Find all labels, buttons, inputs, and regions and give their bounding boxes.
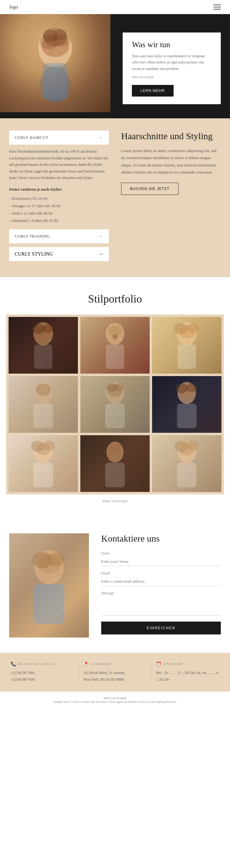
- portfolio-item-7: [8, 435, 78, 492]
- message-textarea[interactable]: [101, 597, 221, 615]
- footer-location: 📍 STANDORT 121 Rock Street, 21 Avenue, N…: [79, 661, 151, 683]
- contact-title: Kontaktiere uns: [101, 533, 221, 544]
- service-description: Eine Trockenhaarschnitdetechnik, die zu …: [9, 148, 109, 181]
- book-now-button[interactable]: BUCHEN SIE JETZT: [121, 183, 178, 195]
- hours-title: ⏰ STUNDEN: [156, 661, 219, 666]
- service-prices: Preise variieren je nach Stylist: – Erwa…: [9, 187, 109, 224]
- hero-description: Duis aute irure dolor in reprehenderit i…: [132, 53, 211, 72]
- email-input[interactable]: [101, 577, 221, 586]
- logo[interactable]: logo: [9, 4, 18, 10]
- services-section: CURLY HAIRCUT → Eine Trockenhaarschnitde…: [0, 118, 230, 277]
- curly-haircut-label: CURLY HAIRCUT: [15, 135, 49, 140]
- address-line-1: 121 Rock Street, 21 Avenue,: [83, 670, 147, 676]
- svg-point-39: [42, 441, 55, 451]
- svg-point-33: [176, 383, 188, 393]
- svg-point-21: [187, 323, 199, 333]
- svg-point-17: [113, 334, 117, 339]
- curly-styling-item[interactable]: CURLY STYLING →: [9, 247, 109, 261]
- footer-hours: ⏰ STUNDEN Mo – Fr …… 11 – 20 Uhr; Sa, So…: [151, 661, 224, 683]
- svg-point-38: [31, 441, 45, 452]
- email-label: Email: [101, 571, 221, 576]
- services-left: CURLY HAIRCUT → Eine Trockenhaarschnitde…: [9, 130, 109, 265]
- svg-point-12: [42, 324, 53, 333]
- curly-training-label: CURLY TRAINING: [15, 234, 50, 239]
- portfolio-item-4: [8, 376, 78, 433]
- svg-rect-43: [105, 463, 125, 487]
- sample-text: Sample text. Click to select the text bo…: [53, 700, 177, 704]
- svg-rect-22: [178, 344, 196, 369]
- styling-arrow-icon: →: [98, 251, 103, 257]
- portfolio-item-8: [80, 435, 150, 492]
- svg-rect-40: [33, 463, 53, 487]
- hero-title: Was wir tun: [132, 40, 211, 49]
- navigation: logo: [0, 0, 230, 14]
- prices-title: Preise variieren je nach Stylist:: [9, 187, 109, 192]
- svg-point-52: [47, 553, 64, 566]
- hero-freepik: Bild von freepik: [132, 74, 211, 80]
- location-icon: 📍: [83, 661, 89, 666]
- submit-button[interactable]: EINREICHEN: [101, 622, 221, 634]
- svg-point-8: [40, 66, 70, 103]
- freepik-bottom-text: Bild von Freepik: [104, 696, 127, 700]
- svg-point-24: [36, 384, 51, 396]
- svg-rect-48: [177, 463, 197, 487]
- svg-point-46: [174, 441, 188, 452]
- svg-rect-13: [34, 344, 52, 369]
- hero-person-visual: [0, 14, 110, 112]
- svg-point-20: [174, 323, 188, 334]
- phone-number-2[interactable]: 1 (234) 987-654: [11, 676, 74, 683]
- location-title: 📍 STANDORT: [83, 661, 147, 666]
- bottom-bar: Bild von Freepik Sample text. Click to s…: [0, 691, 230, 708]
- svg-point-42: [108, 443, 122, 455]
- footer-phone: 📞 RUFEN SIE UNS AN 1 (234) 567-891, 1 (2…: [6, 661, 79, 683]
- price-toddler: – Kleinkind 1–4 Jahre (40–55 $)+: [9, 217, 109, 224]
- svg-point-47: [186, 441, 198, 451]
- hamburger-menu[interactable]: [213, 5, 221, 9]
- hours-icon: ⏰: [156, 661, 162, 666]
- portfolio-item-3: [152, 317, 222, 374]
- hours-line-2: – 20 Uhr: [156, 676, 219, 683]
- phone-number-1[interactable]: 1 (234) 567-891,: [11, 670, 74, 676]
- portfolio-freepik: Bilder von freepik: [6, 494, 224, 512]
- services-right: Haarschnitte und Styling Lorem ipsum dol…: [121, 130, 221, 265]
- portfolio-title: Stilportfolio: [6, 292, 224, 305]
- price-teen: – Teenager 13–17 Jahre (65–90 $)+: [9, 202, 109, 210]
- svg-rect-35: [177, 404, 197, 428]
- footer-info: 📞 RUFEN SIE UNS AN 1 (234) 567-891, 1 (2…: [0, 653, 230, 691]
- curly-haircut-item[interactable]: CURLY HAIRCUT →: [9, 130, 109, 145]
- services-description: Lorem ipsum dolor sit amet, consectetur …: [121, 147, 221, 176]
- price-adult: – Erwachsene (70–110 $)+: [9, 195, 109, 202]
- hero-text-box: Was wir tun Duis aute irure dolor in rep…: [123, 32, 221, 104]
- portfolio-item-6: [152, 376, 222, 433]
- hours-line-1: Mo – Fr …… 11 – 20 Uhr; Sa, So ……. 6: [156, 670, 219, 676]
- contact-section: Kontaktiere uns Name Email Message EINRE…: [0, 518, 230, 653]
- phone-title: 📞 RUFEN SIE UNS AN: [11, 661, 74, 666]
- portfolio-item-2: [80, 317, 150, 374]
- svg-rect-16: [106, 344, 124, 369]
- phone-icon: 📞: [11, 661, 17, 666]
- svg-rect-25: [33, 404, 53, 428]
- portfolio-item-1: [8, 317, 78, 374]
- contact-image: [9, 533, 89, 638]
- price-child: – Kind 5–12 Jahre (60–90 $)+: [9, 210, 109, 217]
- curly-training-item[interactable]: CURLY TRAINING →: [9, 229, 109, 243]
- svg-point-30: [114, 383, 123, 391]
- training-arrow-icon: →: [98, 234, 104, 239]
- contact-form: Kontaktiere uns Name Email Message EINRE…: [101, 533, 221, 638]
- svg-rect-53: [34, 584, 64, 624]
- portfolio-grid: [6, 314, 224, 494]
- hero-cta-button[interactable]: LERN MEHR: [132, 85, 174, 97]
- curly-styling-label: CURLY STYLING: [15, 251, 53, 257]
- portfolio-item-5: [80, 376, 150, 433]
- message-label: Message: [101, 591, 221, 595]
- portfolio-item-9: [152, 435, 222, 492]
- name-input[interactable]: [101, 557, 221, 566]
- portfolio-section: Stilportfolio: [0, 277, 230, 518]
- svg-point-34: [186, 383, 197, 392]
- name-label: Name: [101, 551, 221, 556]
- haircut-arrow-icon: →: [98, 135, 104, 141]
- svg-point-6: [53, 29, 66, 40]
- svg-rect-28: [105, 404, 125, 428]
- hero-image: [0, 14, 110, 112]
- services-title: Haarschnitte und Styling: [121, 130, 221, 142]
